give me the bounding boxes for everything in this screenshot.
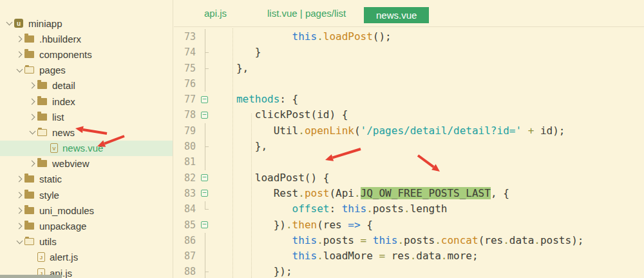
tree-item-label: uni_modules (39, 205, 94, 216)
sidebar-horizontal-scrollbar[interactable] (0, 275, 62, 278)
code-token: } (218, 46, 261, 58)
code-text: methods: { (213, 92, 298, 107)
tab-list-vue[interactable]: list.vue | pages/list (267, 0, 346, 27)
code-line-87[interactable]: 87 this.loadMore = res.data.more; (174, 248, 644, 264)
code-line-84[interactable]: 84 offset: this.posts.length (174, 201, 644, 217)
tree-item-news[interactable]: news (0, 124, 173, 140)
tree-item-static[interactable]: static (0, 172, 173, 187)
code-line-82[interactable]: 82− loadPost() { (174, 170, 644, 186)
tree-item-pages[interactable]: pages (0, 63, 173, 78)
code-token: (); (373, 30, 392, 43)
tab-news-vue[interactable]: news.vue (364, 7, 429, 23)
chevron-right-icon[interactable] (14, 174, 24, 184)
tree-item-unpackage[interactable]: unpackage (0, 218, 173, 233)
code-line-83[interactable]: 83− Rest.post(Api.JQ_OW_FREE_POSTS_LAST,… (174, 186, 644, 201)
chevron-right-icon[interactable] (14, 205, 24, 215)
code-line-73[interactable]: 73 this.loadPost(); (174, 29, 644, 45)
code-token: posts (404, 234, 435, 246)
tree-item-label: utils (39, 236, 57, 247)
code-token: this (373, 234, 398, 246)
code-token: concat (441, 234, 478, 246)
code-line-81[interactable]: 81 (174, 154, 644, 170)
js-file-icon: J (37, 252, 45, 262)
code-text: }).then(res => { (213, 217, 373, 233)
code-token: openLink (305, 124, 354, 137)
chevron-spacer (27, 252, 37, 263)
chevron-down-icon[interactable] (4, 18, 14, 28)
code-line-78[interactable]: 78− clickPost(id) { (174, 107, 644, 123)
tree-item-alert-js[interactable]: Jalert.js (0, 250, 173, 265)
code-line-76[interactable]: 76 (174, 76, 644, 92)
fold-toggle[interactable]: − (200, 107, 213, 123)
code-line-88[interactable]: 88 }); (174, 264, 644, 278)
code-token: data (416, 250, 441, 262)
code-line-79[interactable]: 79 Util.openLink('/pages/detail/detail?i… (174, 123, 644, 139)
chevron-down-icon[interactable] (14, 65, 24, 75)
chevron-right-icon[interactable] (27, 81, 37, 91)
fold-collapse-icon[interactable]: − (201, 190, 208, 197)
tree-item-style[interactable]: style (0, 187, 173, 203)
code-line-74[interactable]: 74 } (174, 45, 644, 60)
code-area[interactable]: 73 this.loadPost();74 }75 },7677− method… (174, 27, 644, 278)
fold-collapse-icon[interactable]: − (201, 221, 208, 228)
chevron-right-icon[interactable] (27, 159, 37, 169)
code-token: (res (317, 219, 348, 231)
fold-toggle[interactable]: − (200, 170, 213, 186)
code-line-85[interactable]: 85− }).then(res => { (174, 217, 644, 233)
code-token: . (317, 30, 323, 43)
code-token: }, (218, 62, 249, 74)
chevron-right-icon[interactable] (14, 190, 24, 200)
code-text: } (213, 45, 261, 60)
fold-scope-line (200, 154, 213, 170)
fold-collapse-icon[interactable]: − (201, 96, 208, 103)
code-token: offset (218, 203, 329, 215)
code-token: post (305, 187, 330, 199)
tree-item-webview[interactable]: webview (0, 156, 173, 172)
editor-pane: api.jslist.vue | pages/listnews.vue 73 t… (174, 0, 644, 278)
fold-scope-line (200, 248, 213, 264)
fold-scope-line (200, 61, 213, 76)
code-token: . (317, 250, 323, 262)
code-line-86[interactable]: 86 this.posts = this.posts.concat(res.da… (174, 233, 644, 248)
fold-collapse-icon[interactable]: − (201, 112, 208, 119)
fold-collapse-icon[interactable]: − (201, 174, 208, 181)
tree-item-uni-modules[interactable]: uni_modules (0, 203, 173, 218)
line-number: 73 (174, 29, 200, 45)
code-line-75[interactable]: 75 }, (174, 61, 644, 76)
chevron-right-icon[interactable] (27, 112, 37, 122)
tree-item-components[interactable]: components (0, 46, 173, 62)
chevron-right-icon[interactable] (14, 221, 24, 232)
chevron-right-icon[interactable] (14, 49, 24, 59)
tree-item-label: alert.js (50, 252, 78, 263)
code-token: loadMore (323, 250, 373, 262)
tree-item-label: miniapp (28, 18, 62, 29)
tree-item-utils[interactable]: utils (0, 234, 173, 250)
code-token: : (329, 203, 341, 215)
tree-item-label: static (39, 174, 62, 184)
tree-item-news-vue[interactable]: Vnews.vue (0, 141, 173, 156)
code-token: . (354, 187, 361, 199)
tree-item-list[interactable]: list (0, 109, 173, 124)
tree-item--hbuilderx[interactable]: .hbuilderx (0, 31, 173, 46)
folder-icon (24, 175, 34, 183)
tree-item-label: unpackage (39, 221, 86, 232)
code-line-77[interactable]: 77− methods: { (174, 92, 644, 107)
tree-item-miniapp[interactable]: uminiapp (0, 15, 173, 31)
code-token: { (361, 219, 373, 231)
tree-item-index[interactable]: index (0, 94, 173, 109)
fold-toggle[interactable]: − (200, 92, 213, 107)
tab-api-js[interactable]: api.js (204, 0, 227, 27)
uniapp-logo-icon: u (14, 19, 23, 28)
fold-toggle[interactable]: − (200, 217, 213, 233)
folder-icon (24, 35, 34, 43)
code-text: this.loadMore = res.data.more; (213, 248, 478, 264)
code-token: . (366, 203, 373, 215)
chevron-down-icon[interactable] (27, 127, 37, 137)
tree-item-detail[interactable]: detail (0, 78, 173, 94)
chevron-right-icon[interactable] (14, 34, 24, 44)
code-token: Util (218, 124, 298, 137)
chevron-right-icon[interactable] (27, 96, 37, 106)
fold-toggle[interactable]: − (200, 186, 213, 201)
code-line-80[interactable]: 80 }, (174, 139, 644, 154)
chevron-down-icon[interactable] (14, 237, 24, 247)
